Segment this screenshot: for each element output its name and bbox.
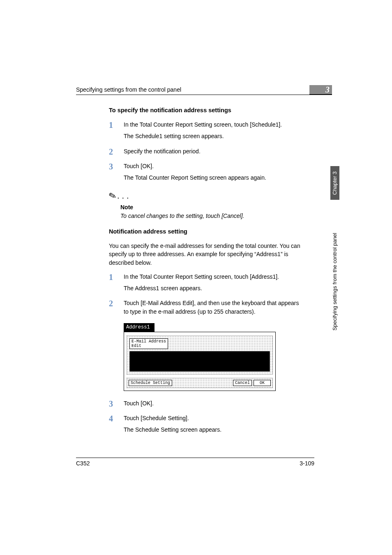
step-number: 1 xyxy=(109,273,124,296)
running-header: Specifying settings from the control pan… xyxy=(76,86,314,95)
address1-screenshot: Address1 E-Mail Address Edit Schedule Se… xyxy=(124,323,276,391)
schedule-setting-button[interactable]: Schedule Setting xyxy=(129,380,172,386)
step-text: Specify the notification period. xyxy=(124,147,301,155)
chapter-underline xyxy=(309,94,332,95)
step-number: 3 xyxy=(109,162,124,185)
step-number: 3 xyxy=(109,399,124,411)
email-display-area xyxy=(129,351,270,372)
dots-icon: ... xyxy=(117,191,131,200)
footer-left: C352 xyxy=(76,460,90,467)
step-text: Touch [E-Mail Address Edit], and then us… xyxy=(124,299,301,316)
step-text: The Schedule1 setting screen appears. xyxy=(124,132,301,140)
step-2-2: 2 Touch [E-Mail Address Edit], and then … xyxy=(109,299,301,319)
cancel-button[interactable]: Cancel xyxy=(233,380,252,386)
screenshot-title: Address1 xyxy=(124,323,154,332)
step-number: 4 xyxy=(109,414,124,437)
pencil-icon: ✎ xyxy=(107,189,118,203)
page-footer: C352 3-109 xyxy=(76,458,314,467)
step-text: In the Total Counter Report Setting scre… xyxy=(124,120,301,129)
note-block: ✎... Note To cancel changes to the setti… xyxy=(109,190,301,220)
side-chapter-tab: Chapter 3 xyxy=(330,166,339,200)
section1-heading: To specify the notification address sett… xyxy=(109,106,301,115)
step-text: The Total Counter Report Setting screen … xyxy=(124,173,301,182)
email-edit-panel: E-Mail Address Edit xyxy=(127,335,273,374)
button-row: Schedule Setting Cancel OK xyxy=(127,378,273,388)
section2-intro: You can specify the e-mail addresses for… xyxy=(109,242,301,267)
step-2: 2 Specify the notification period. xyxy=(109,147,301,159)
email-address-edit-button[interactable]: E-Mail Address Edit xyxy=(129,338,168,349)
step-text: In the Total Counter Report Setting scre… xyxy=(124,273,301,281)
step-2-3: 3 Touch [OK]. xyxy=(109,399,301,411)
note-text: To cancel changes to the setting, touch … xyxy=(120,212,301,220)
step-text: Touch [OK]. xyxy=(124,399,301,407)
step-2-4: 4 Touch [Schedule Setting]. The Schedule… xyxy=(109,414,301,437)
main-content: To specify the notification address sett… xyxy=(109,106,301,441)
step-text: Touch [Schedule Setting]. xyxy=(124,414,301,422)
step-3: 3 Touch [OK]. The Total Counter Report S… xyxy=(109,162,301,185)
note-label: Note xyxy=(120,203,301,211)
ok-button[interactable]: OK xyxy=(254,380,271,386)
chapter-number-tab: 3 xyxy=(309,85,332,94)
step-text: Touch [OK]. xyxy=(124,162,301,170)
step-2-1: 1 In the Total Counter Report Setting sc… xyxy=(109,273,301,296)
side-section-label: Specifying settings from the control pan… xyxy=(330,207,339,331)
step-number: 2 xyxy=(109,299,124,319)
step-number: 2 xyxy=(109,147,124,159)
footer-right: 3-109 xyxy=(300,460,314,467)
step-text: The Address1 screen appears. xyxy=(124,284,301,292)
section2-heading: Notification address setting xyxy=(109,227,301,236)
step-text: The Schedule Setting screen appears. xyxy=(124,426,301,434)
step-number: 1 xyxy=(109,120,124,144)
side-chapter-label: Chapter 3 xyxy=(330,166,339,200)
step-1: 1 In the Total Counter Report Setting sc… xyxy=(109,120,301,144)
side-section-text: Specifying settings from the control pan… xyxy=(330,207,339,331)
